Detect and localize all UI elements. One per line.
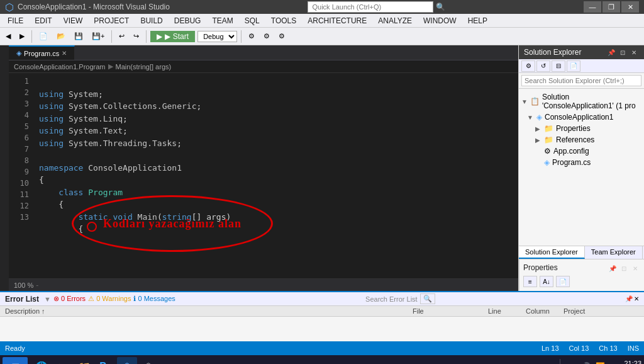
start-orb-button[interactable]: ⊞	[3, 357, 28, 364]
menu-window[interactable]: WINDOW	[418, 15, 462, 26]
menu-help[interactable]: HELP	[463, 15, 492, 26]
save-all-button[interactable]: 💾+	[89, 30, 108, 43]
undo-button[interactable]: ↩	[116, 30, 128, 43]
code-line: namespace ConsoleApplication1	[39, 162, 518, 174]
menu-edit[interactable]: EDIT	[30, 15, 57, 26]
menu-view[interactable]: VIEW	[58, 15, 88, 26]
se-close-button[interactable]: ✕	[629, 47, 639, 57]
solution-label: Solution 'ConsoleApplication1' (1 pro	[542, 93, 641, 110]
se-show-files-button[interactable]: 📄	[567, 60, 580, 72]
menu-project[interactable]: PROJECT	[89, 15, 134, 26]
code-line	[39, 76, 518, 88]
se-tab-solution-explorer[interactable]: Solution Explorer	[519, 246, 585, 259]
taskbar-vs-button[interactable]: ⬡	[117, 357, 137, 364]
menu-architecture[interactable]: ARCHITECTURE	[303, 15, 372, 26]
back-button[interactable]: ◀	[3, 30, 14, 43]
props-pin-button[interactable]: 📌	[608, 263, 618, 273]
properties-label: Properties	[556, 124, 591, 133]
tree-references[interactable]: ▶ 📁 References	[519, 134, 644, 145]
toolbar-extra-1[interactable]: ⚙	[245, 30, 258, 43]
se-search-input[interactable]	[521, 75, 641, 86]
menu-build[interactable]: BUILD	[135, 15, 167, 26]
tab-program-cs[interactable]: ◈ Program.cs ✕	[9, 45, 75, 60]
toolbar-extra-3[interactable]: ⚙	[275, 30, 288, 43]
toolbar-extra-2[interactable]: ⚙	[260, 30, 273, 43]
error-search-button[interactable]: 🔍	[420, 293, 435, 304]
redo-button[interactable]: ↪	[130, 30, 142, 43]
menu-bar: FILE EDIT VIEW PROJECT BUILD DEBUG TEAM …	[0, 14, 644, 28]
menu-debug[interactable]: DEBUG	[169, 15, 206, 26]
config-icon: ⚙	[544, 147, 551, 156]
error-list-pin-button[interactable]: 📌	[625, 295, 633, 302]
folder-icon: 📁	[78, 361, 91, 365]
tab-close-button[interactable]: ✕	[62, 50, 67, 57]
close-button[interactable]: ✕	[621, 1, 639, 13]
title-bar: ⬡ ConsoleApplication1 - Microsoft Visual…	[0, 0, 644, 14]
tree-project[interactable]: ▼ ◈ ConsoleApplication1	[519, 111, 644, 123]
props-alpha-button[interactable]: A↓	[540, 276, 553, 287]
se-collapse-button[interactable]: ⊟	[552, 60, 565, 72]
start-button[interactable]: ▶ ▶ Start	[150, 31, 195, 42]
se-dock-button[interactable]: ⊡	[618, 47, 628, 57]
se-refresh-button[interactable]: ↺	[536, 60, 550, 72]
breadcrumb-sep: ▶	[108, 62, 113, 71]
time-display: 21:23	[610, 360, 641, 365]
solution-icon: 📋	[530, 97, 540, 106]
se-tree: ▼ 📋 Solution 'ConsoleApplication1' (1 pr…	[519, 89, 644, 246]
breadcrumb-left[interactable]: ConsoleApplication1.Program	[14, 63, 106, 71]
se-docking-controls: 📌 ⊡ ✕	[606, 47, 639, 57]
code-line: {	[39, 174, 518, 186]
se-tab-team-explorer[interactable]: Team Explorer	[585, 246, 643, 259]
se-pin-button[interactable]: 📌	[606, 47, 616, 57]
open-button[interactable]: 📂	[53, 30, 69, 43]
error-table-header: Description ↑ File Line Column Project	[0, 306, 644, 317]
quick-launch-input[interactable]	[308, 1, 433, 13]
taskbar-photoshop-button[interactable]: Ps	[96, 357, 116, 364]
expand-icon: ▼	[521, 98, 528, 105]
props-cat-button[interactable]: ≡	[523, 276, 537, 287]
taskbar-ie-button[interactable]: 🌐	[31, 357, 52, 364]
taskbar-sep	[560, 359, 560, 364]
breadcrumb-right[interactable]: Main(string[] args)	[116, 63, 172, 71]
se-toolbar: ⚙ ↺ ⊟ 📄	[519, 59, 644, 73]
minimize-button[interactable]: —	[584, 1, 601, 13]
vs-taskbar-icon: ⬡	[123, 361, 131, 365]
taskbar-mediaplayer-button[interactable]: ▶	[53, 357, 73, 364]
menu-team[interactable]: TEAM	[207, 15, 238, 26]
forward-button[interactable]: ▶	[16, 30, 28, 43]
code-editor[interactable]: 1 2 3 4 5 6 7 8 9 10 11 12 13 14 15	[9, 73, 518, 278]
taskbar-extra-button[interactable]: ⬡	[138, 357, 158, 364]
debug-config-select[interactable]: Debug	[197, 31, 237, 42]
menu-file[interactable]: FILE	[3, 15, 28, 26]
tree-solution[interactable]: ▼ 📋 Solution 'ConsoleApplication1' (1 pr…	[519, 91, 644, 111]
menu-analyze[interactable]: ANALYZE	[373, 15, 417, 26]
tree-program-cs[interactable]: ◈ Program.cs	[519, 157, 644, 168]
se-props-button[interactable]: ⚙	[521, 60, 535, 72]
menu-tools[interactable]: TOOLS	[266, 15, 301, 26]
code-line	[39, 149, 518, 162]
error-list-close-button[interactable]: ✕	[634, 295, 639, 302]
breadcrumb-bar: ConsoleApplication1.Program ▶ Main(strin…	[9, 60, 518, 73]
taskbar-folder-button[interactable]: 📁	[74, 357, 94, 364]
programcs-label: Program.cs	[552, 158, 591, 167]
code-content[interactable]: using System; using System.Collections.G…	[34, 76, 518, 276]
zoom-level: 100 %	[14, 282, 33, 289]
props-close-button[interactable]: ✕	[630, 263, 640, 273]
code-line: using System.Text;	[39, 125, 518, 137]
col-file: File	[413, 307, 488, 315]
restore-button[interactable]: ❐	[602, 1, 620, 13]
tree-properties[interactable]: ▶ 📁 Properties	[519, 123, 644, 134]
expand-icon: ▶	[534, 137, 541, 144]
error-count-button[interactable]: ⊗ 0 Errors	[53, 295, 86, 303]
props-dock-button[interactable]: ⊡	[619, 263, 629, 273]
message-count-button[interactable]: ℹ 0 Messages	[133, 295, 175, 303]
tree-app-config[interactable]: ⚙ App.config	[519, 145, 644, 157]
new-project-button[interactable]: 📄	[36, 30, 51, 43]
toolbar-sep-4	[241, 30, 242, 43]
folder-icon: 📁	[544, 124, 553, 133]
menu-sql[interactable]: SQL	[240, 15, 265, 26]
props-pages-button[interactable]: 📄	[556, 276, 570, 287]
warning-count-button[interactable]: ⚠ 0 Warnings	[88, 295, 131, 303]
se-search	[519, 73, 644, 89]
save-button[interactable]: 💾	[71, 30, 86, 43]
